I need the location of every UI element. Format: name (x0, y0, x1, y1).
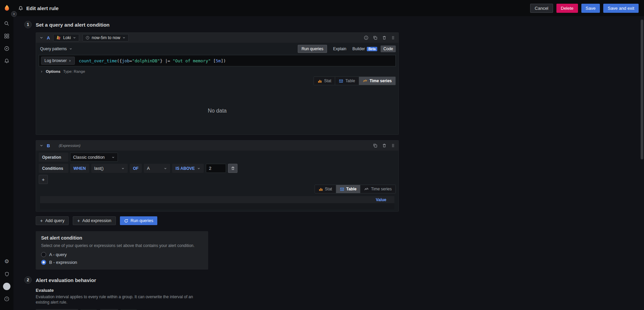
value-column-header[interactable]: Value (376, 197, 386, 202)
expression-b-header-actions (373, 143, 395, 148)
sidebar-bottom: ⚙ ? (2, 257, 11, 310)
alert-condition-card: Set alert condition Select one of your q… (36, 231, 208, 270)
condition-option-b[interactable]: B - expression (41, 260, 203, 265)
evaluate-heading: Evaluate (36, 288, 644, 293)
settings-gear-icon[interactable]: ⚙ (2, 257, 11, 266)
condition-option-b-label: B - expression (49, 260, 77, 265)
table-icon (339, 79, 343, 83)
builder-mode-toggle[interactable]: Builder Beta (350, 45, 380, 52)
query-options-toggle[interactable]: Options Type: Range (36, 68, 398, 76)
run-queries-button[interactable]: Run queries (120, 216, 157, 225)
viz-timeseries-toggle[interactable]: Time series (359, 77, 395, 85)
query-actions-row: + Add query + Add expression Run queries (36, 216, 644, 225)
grafana-flame-icon (3, 4, 11, 12)
table-header-row: Value (40, 196, 394, 203)
viz-table-toggle[interactable]: Table (335, 77, 359, 85)
datasource-name: Loki (63, 35, 71, 40)
chevron-down-icon (111, 156, 115, 159)
condition-option-a[interactable]: A - query (41, 252, 203, 257)
table-icon (340, 187, 344, 191)
time-series-icon (364, 187, 369, 191)
explain-toggle[interactable]: Explain (330, 45, 349, 52)
query-patterns-dropdown[interactable]: Query patterns (39, 46, 74, 51)
add-condition-button[interactable]: + (39, 175, 48, 184)
explore-compass-icon[interactable] (2, 44, 11, 53)
viz-table-label: Table (345, 79, 355, 83)
duplicate-expression-icon[interactable] (373, 143, 378, 148)
refresh-icon (124, 219, 128, 223)
evaluator-value: IS ABOVE (175, 166, 195, 171)
viz-timeseries-label: Time series (371, 187, 392, 191)
duplicate-query-icon[interactable] (373, 35, 378, 40)
radio-unselected[interactable] (41, 252, 46, 257)
log-browser-button[interactable]: Log browser (41, 57, 75, 65)
viz-timeseries-toggle[interactable]: Time series (360, 185, 395, 193)
dashboards-icon[interactable] (2, 31, 11, 41)
scrollbar-thumb[interactable] (641, 20, 643, 159)
viz-table-toggle[interactable]: Table (336, 185, 360, 193)
chevron-down-icon (197, 167, 200, 170)
add-expression-button[interactable]: + Add expression (73, 216, 116, 225)
search-icon[interactable] (2, 19, 11, 28)
chevron-right-icon (68, 59, 71, 62)
time-range-picker[interactable]: now-5m to now (83, 34, 129, 41)
viz-timeseries-label: Time series (369, 79, 392, 83)
info-circle-icon[interactable] (364, 35, 368, 40)
query-code-editor: Log browser count_over_time({job="dolphi… (39, 55, 396, 66)
when-label: WHEN (70, 164, 89, 173)
collapse-chevron-icon[interactable] (39, 144, 43, 148)
threshold-input[interactable] (206, 164, 226, 173)
log-browser-label: Log browser (44, 58, 67, 63)
query-a-header: A Loki now-5m to now (36, 33, 398, 43)
delete-button[interactable]: Delete (556, 4, 578, 13)
alert-bell-icon (18, 6, 23, 11)
help-icon[interactable]: ? (2, 294, 11, 304)
viz-stat-toggle[interactable]: Stat (314, 77, 335, 85)
query-a-viz-row: Stat Table Time series (36, 76, 398, 87)
topbar-actions: Cancel Delete Save Save and exit (530, 4, 639, 13)
trash-icon[interactable] (382, 35, 387, 40)
code-mode-toggle[interactable]: Code (381, 45, 396, 52)
conditions-row: Conditions WHEN last() OF A (39, 164, 396, 173)
reducer-function-value: last() (94, 166, 104, 171)
expression-b-viz-row: Stat Table Time series (39, 185, 396, 195)
add-query-label: Add query (45, 218, 64, 223)
editor-mode-group: Explain Builder Beta Code (330, 45, 396, 52)
expression-b-body: Operation Classic condition Conditions W… (36, 151, 398, 211)
sidebar-expand-button[interactable]: › (11, 11, 17, 17)
viz-table-label: Table (346, 187, 356, 191)
time-series-icon (363, 79, 367, 83)
alerting-bell-icon[interactable] (2, 56, 11, 66)
save-button[interactable]: Save (581, 4, 600, 13)
options-label: Options (46, 69, 60, 73)
logql-query-text[interactable]: count_over_time({job="dolphinDB"} |= "Ou… (79, 58, 226, 63)
viz-stat-toggle[interactable]: Stat (315, 185, 336, 193)
collapse-chevron-icon[interactable] (39, 36, 43, 40)
operation-row: Operation Classic condition (39, 153, 396, 162)
evaluator-select[interactable]: IS ABOVE (172, 164, 204, 173)
beta-badge: Beta (367, 47, 378, 51)
cancel-button[interactable]: Cancel (530, 4, 553, 13)
query-toolbar-right: Run queries Explain Builder Beta Code (298, 45, 396, 53)
operation-select[interactable]: Classic condition (70, 153, 118, 162)
builder-label: Builder (352, 46, 365, 51)
add-query-button[interactable]: + Add query (36, 216, 69, 225)
viz-stat-label: Stat (324, 79, 331, 83)
reducer-function-select[interactable]: last() (91, 164, 128, 173)
chevron-right-icon (40, 70, 43, 73)
viz-toggle-group: Stat Table Time series (315, 185, 396, 193)
remove-condition-button[interactable] (228, 164, 237, 173)
trash-icon[interactable] (382, 143, 387, 148)
radio-selected[interactable] (41, 260, 46, 265)
drag-handle-icon[interactable] (391, 35, 395, 40)
admin-shield-icon[interactable] (2, 269, 11, 279)
save-and-exit-button[interactable]: Save and exit (603, 4, 639, 13)
no-data-message: No data (208, 108, 227, 114)
query-patterns-label: Query patterns (40, 46, 67, 51)
run-queries-small-button[interactable]: Run queries (298, 45, 327, 53)
query-ref-select[interactable]: A (144, 164, 170, 173)
datasource-picker[interactable]: Loki (53, 34, 79, 41)
drag-handle-icon[interactable] (391, 143, 395, 148)
grafana-logo[interactable] (0, 4, 13, 12)
user-avatar[interactable] (2, 282, 11, 291)
